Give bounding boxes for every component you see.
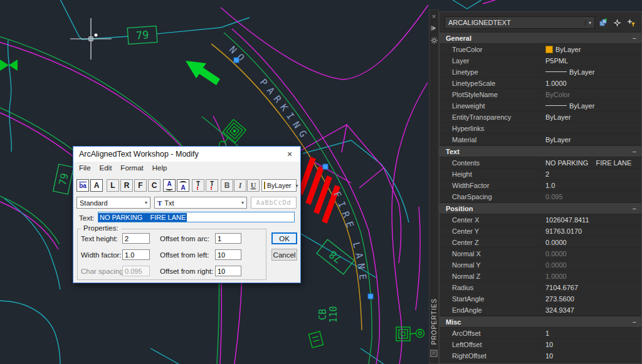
property-row[interactable]: Normal Y 0.0000 (441, 259, 640, 271)
ok-button[interactable]: OK (271, 232, 297, 244)
convex-button[interactable]: A (177, 179, 189, 192)
property-row[interactable]: Material ByLayer (441, 134, 640, 145)
fit-button[interactable]: F (134, 179, 147, 192)
property-row[interactable]: Height 2 (441, 169, 640, 180)
section-header-misc[interactable]: Misc − (439, 316, 641, 328)
color-select[interactable]: ByLayer ▾ (261, 179, 297, 192)
arc-text-no-parking[interactable]: NO PARKING (227, 44, 312, 143)
property-row[interactable]: EndAngle 324.9347 (441, 304, 640, 316)
property-row[interactable]: Radius 7104.6767 (441, 282, 640, 293)
dialog-close-icon[interactable]: × (279, 147, 300, 162)
concave-icon: A (166, 181, 173, 190)
text-height-field[interactable] (122, 233, 150, 244)
text-properties-icon: A (94, 181, 100, 190)
property-row[interactable]: WidthFactor 1.0 (441, 180, 640, 191)
property-row[interactable]: EntityTransparency ByLayer (441, 112, 640, 123)
property-row[interactable]: Linetype ByLayer (441, 66, 640, 78)
palette-close-icon[interactable]: × (432, 10, 436, 23)
property-row[interactable]: RightOffset 10 (441, 350, 640, 361)
entity-select-arrow-icon[interactable]: ▾ (585, 20, 594, 26)
center-button[interactable]: C (148, 179, 160, 192)
section-header-general[interactable]: General − (439, 32, 641, 44)
property-row[interactable]: PlotStyleName ByColor (441, 89, 640, 100)
property-row[interactable]: Layer P5PML (441, 55, 640, 66)
palette-header: ARCALIGNEDTEXT ▾ (439, 12, 641, 32)
text-properties-button[interactable]: A (90, 179, 103, 192)
property-row[interactable]: ArcOffset 1 (441, 328, 640, 339)
concave-button[interactable]: A (163, 179, 176, 192)
bold-button[interactable]: B (221, 179, 233, 192)
select-objects-button[interactable] (611, 17, 623, 28)
collapse-icon[interactable]: − (633, 318, 636, 326)
collapse-icon[interactable]: − (633, 148, 636, 155)
offset-right-field[interactable] (215, 266, 241, 276)
menu-help[interactable]: Help (148, 164, 172, 172)
inward-button[interactable]: T (206, 179, 218, 192)
text-input[interactable]: NO PARKING FIRE LANE (98, 212, 295, 222)
property-row[interactable]: Normal X 0.0000 (441, 248, 640, 259)
section-header-position[interactable]: Position − (439, 202, 641, 214)
property-row[interactable]: Contents NO PARKING FIRE LANE (441, 157, 640, 169)
property-row[interactable]: Center X 1026047.8411 (441, 214, 640, 226)
property-row[interactable]: Normal Z 1.0000 (441, 271, 640, 282)
manhole-symbol-upper (223, 120, 246, 143)
menu-file[interactable]: File (75, 164, 95, 172)
align-right-button[interactable]: R (120, 179, 133, 192)
property-row[interactable]: LeftOffset 10 (441, 339, 640, 350)
svg-text:79: 79 (135, 28, 149, 41)
reverse-icon: ba (79, 182, 87, 189)
svg-text:CB: CB (317, 309, 329, 320)
menu-edit[interactable]: Edit (95, 164, 117, 172)
color-swatch (264, 182, 265, 189)
palette-autohide-icon[interactable] (431, 23, 437, 35)
arcalignedtext-dialog: ArcAlignedText Workshop - Modify × File … (73, 146, 301, 283)
property-row[interactable]: Lineweight ByLayer (441, 100, 640, 112)
grip-middle[interactable] (323, 164, 328, 169)
property-row[interactable]: CharSpacing 0.095 (441, 191, 640, 202)
offset-right-label: Offset from right: (160, 268, 213, 275)
cancel-button[interactable]: Cancel (271, 249, 297, 261)
outward-button[interactable]: T (192, 179, 204, 192)
property-row[interactable]: Hyperlinks (441, 123, 640, 134)
width-factor-field[interactable] (122, 249, 150, 260)
lineweight-sample (545, 105, 567, 106)
align-left-button[interactable]: L (107, 179, 119, 192)
char-spacing-label: Char spacing: (81, 268, 125, 275)
offset-left-field[interactable] (215, 249, 241, 260)
offset-left-label: Offset from left: (160, 251, 209, 259)
crosshair-cursor (70, 18, 112, 60)
quick-select-button[interactable] (625, 17, 636, 28)
collapse-icon[interactable]: − (633, 205, 636, 212)
offset-arc-field[interactable] (215, 233, 241, 244)
truecolor-swatch (545, 46, 553, 53)
inward-icon: T (210, 181, 214, 190)
font-select[interactable]: T Txt ▾ (154, 197, 247, 209)
property-row[interactable]: TrueColor ByLayer (441, 44, 640, 55)
toggle-pickadd-button[interactable] (597, 17, 609, 28)
outward-icon: T (196, 181, 200, 190)
palette-titlebar[interactable]: × PROPERTIES (429, 9, 439, 364)
underline-button[interactable]: U (247, 179, 260, 192)
menu-format[interactable]: Format (116, 164, 147, 172)
property-row[interactable]: LinetypeScale 1.0000 (441, 78, 640, 89)
section-header-text[interactable]: Text − (439, 145, 641, 157)
italic-button[interactable]: I (234, 179, 246, 192)
palette-tab-label: PROPERTIES (431, 298, 438, 345)
entity-type-select[interactable]: ARCALIGNEDTEXT ▾ (445, 16, 595, 29)
reverse-direction-button[interactable]: ba (76, 179, 89, 192)
property-row[interactable]: StartAngle 273.5600 (441, 293, 640, 304)
collapse-icon[interactable]: − (633, 34, 636, 42)
style-select[interactable]: Standard ▾ (76, 197, 150, 209)
property-row[interactable]: Center Z 0.0000 (441, 237, 640, 248)
char-spacing-field (122, 266, 150, 276)
dialog-titlebar[interactable]: ArcAlignedText Workshop - Modify (73, 147, 300, 162)
structure-label-79-left: 79 (53, 164, 74, 194)
arrow-marker (186, 61, 220, 85)
dialog-title: ArcAlignedText Workshop - Modify (73, 150, 199, 159)
palette-settings-icon[interactable] (431, 35, 438, 48)
grip-end[interactable] (368, 294, 373, 299)
svg-text:79: 79 (56, 172, 71, 187)
structure-label-79-top: 79 (127, 26, 157, 44)
property-row[interactable]: Center Y 91763.0170 (441, 226, 640, 237)
grip-start[interactable] (234, 58, 239, 63)
